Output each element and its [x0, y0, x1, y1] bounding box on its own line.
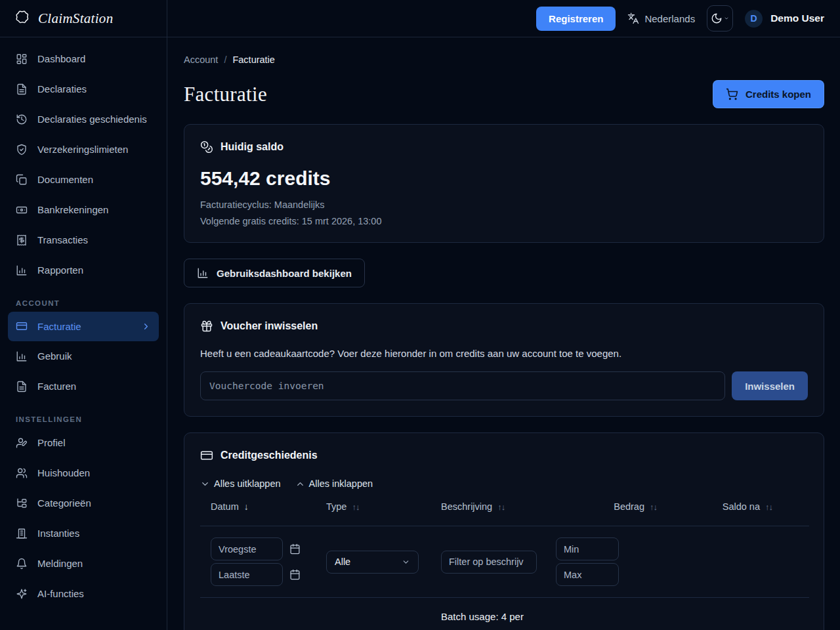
description-filter-input[interactable]: [441, 551, 537, 574]
sidebar-item-declaraties[interactable]: Declaraties: [8, 74, 159, 104]
sidebar-item-instanties[interactable]: Instanties: [8, 518, 159, 549]
voucher-code-input[interactable]: [200, 371, 725, 400]
amount-max-input[interactable]: [556, 563, 619, 586]
redeem-button[interactable]: Inwisselen: [732, 371, 808, 400]
sidebar-item-rapporten[interactable]: Rapporten: [8, 255, 159, 285]
dashboard-grid-icon: [16, 53, 28, 65]
sidebar-item-label: Categorieën: [37, 497, 91, 510]
balance-amount: 554,42 credits: [200, 167, 808, 190]
sidebar-item-meldingen[interactable]: Meldingen: [8, 549, 159, 579]
sidebar-item-label: Dashboard: [37, 52, 85, 66]
column-header-datum[interactable]: Datum↓: [200, 497, 316, 526]
sort-icon: ↑↓: [765, 502, 772, 512]
register-button[interactable]: Registreren: [536, 7, 616, 31]
sparkles-icon: [16, 588, 28, 600]
bar-chart-icon: [16, 350, 28, 362]
chart-column-icon: [197, 267, 209, 279]
sidebar-item-label: Facturen: [37, 380, 76, 393]
sidebar-item-huishouden[interactable]: Huishouden: [8, 458, 159, 488]
next-free-credits: Volgende gratis credits: 15 mrt 2026, 13…: [200, 216, 808, 226]
copy-documents-icon: [16, 174, 28, 186]
buy-credits-button[interactable]: Credits kopen: [713, 80, 824, 108]
file-text-icon: [16, 83, 28, 95]
breadcrumb: Account / Facturatie: [184, 54, 824, 65]
sidebar-item-declaraties-geschiedenis[interactable]: Declaraties geschiedenis: [8, 104, 159, 135]
column-header-saldo-na[interactable]: Saldo na↑↓: [660, 497, 776, 526]
sidebar-item-label: AI-functies: [37, 587, 84, 600]
chevron-up-icon: [295, 479, 305, 489]
table-row[interactable]: Batch usage: 4 per: [200, 598, 809, 625]
languages-icon: [627, 12, 639, 24]
column-header-bedrag[interactable]: Bedrag↑↓: [545, 497, 660, 526]
chevron-right-icon: [141, 322, 151, 331]
receipt-icon: [16, 234, 28, 246]
amount-min-input[interactable]: [556, 537, 619, 560]
sidebar-item-transacties[interactable]: Transacties: [8, 225, 159, 255]
user-menu[interactable]: D Demo User: [745, 10, 824, 28]
breadcrumb-current: Facturatie: [232, 54, 274, 65]
sort-icon: ↑↓: [650, 502, 657, 512]
sidebar-item-documenten[interactable]: Documenten: [8, 165, 159, 195]
brand-name: ClaimStation: [38, 10, 113, 27]
sidebar-item-verzekeringslimieten[interactable]: Verzekeringslimieten: [8, 135, 159, 165]
calendar-icon[interactable]: [289, 569, 301, 580]
chevron-down-icon: [402, 558, 410, 566]
sidebar-item-facturen[interactable]: Facturen: [8, 371, 159, 402]
sidebar-item-label: Gebruik: [37, 350, 72, 363]
sidebar-item-label: Huishouden: [37, 467, 90, 480]
sidebar-item-bankrekeningen[interactable]: Bankrekeningen: [8, 195, 159, 225]
sidebar-item-label: Declaraties geschiedenis: [37, 113, 147, 126]
column-header-actions: [776, 497, 809, 526]
expand-all-label: Alles uitklappen: [214, 478, 281, 489]
expand-all-link[interactable]: Alles uitklappen: [200, 478, 281, 489]
column-header-type[interactable]: Type↑↓: [316, 497, 430, 526]
banknote-icon: [16, 204, 28, 216]
usage-dashboard-button[interactable]: Gebruiksdashboard bekijken: [184, 259, 365, 287]
claimstation-logo-icon: [13, 10, 31, 28]
voucher-title: Voucher inwisselen: [220, 320, 318, 332]
row-beschrijving: Batch usage: 4 per: [430, 598, 545, 625]
sidebar-section-instellingen: INSTELLINGEN: [8, 402, 159, 428]
theme-toggle-button[interactable]: [707, 5, 733, 32]
language-switcher[interactable]: Nederlands: [627, 12, 695, 24]
top-header: ClaimStation Registreren Nederlands D: [0, 0, 840, 37]
sidebar-item-label: Documenten: [37, 173, 93, 186]
sidebar-item-profiel[interactable]: Profiel: [8, 428, 159, 458]
buy-credits-label: Credits kopen: [746, 89, 811, 100]
column-header-beschrijving[interactable]: Beschrijving↑↓: [430, 497, 545, 526]
sidebar-item-facturatie[interactable]: Facturatie: [8, 312, 159, 342]
collapse-all-label: Alles inklappen: [309, 478, 373, 489]
shopping-cart-icon: [726, 88, 738, 100]
sidebar: Dashboard Declaraties Declaraties geschi…: [0, 0, 167, 630]
sidebar-item-categorieen[interactable]: Categorieën: [8, 488, 159, 518]
type-filter-value: Alle: [335, 556, 350, 567]
users-icon: [16, 467, 28, 479]
coins-icon: [200, 140, 213, 154]
chevron-down-icon: [724, 16, 729, 21]
file-text-icon: [16, 381, 28, 392]
sidebar-item-ai-functies[interactable]: AI-functies: [8, 579, 159, 609]
voucher-description: Heeft u een cadeaukaartcode? Voer deze h…: [200, 348, 808, 359]
collapse-all-link[interactable]: Alles inklappen: [295, 478, 373, 489]
calendar-icon[interactable]: [289, 543, 301, 555]
date-from-input[interactable]: [211, 537, 283, 560]
billing-cycle: Facturatiecyclus: Maandelijks: [200, 200, 808, 210]
sidebar-item-label: Instanties: [37, 527, 79, 540]
type-filter-select[interactable]: Alle: [326, 551, 419, 574]
building-icon: [16, 528, 28, 539]
credit-history-title: Creditgeschiedenis: [220, 450, 318, 461]
sidebar-item-gebruik[interactable]: Gebruik: [8, 341, 159, 371]
sidebar-item-label: Verzekeringslimieten: [37, 143, 128, 156]
credit-card-icon: [16, 320, 28, 332]
balance-title: Huidig saldo: [220, 141, 284, 153]
brand-logo[interactable]: ClaimStation: [0, 10, 167, 28]
date-to-input[interactable]: [211, 563, 283, 586]
category-tree-icon: [16, 497, 28, 509]
credit-card-icon: [200, 449, 213, 462]
sidebar-item-dashboard[interactable]: Dashboard: [8, 44, 159, 74]
sidebar-item-label: Facturatie: [37, 320, 81, 333]
chevron-down-icon: [200, 479, 210, 489]
shield-check-icon: [16, 144, 28, 156]
breadcrumb-account[interactable]: Account: [184, 54, 218, 65]
filter-row: Alle: [200, 526, 809, 598]
